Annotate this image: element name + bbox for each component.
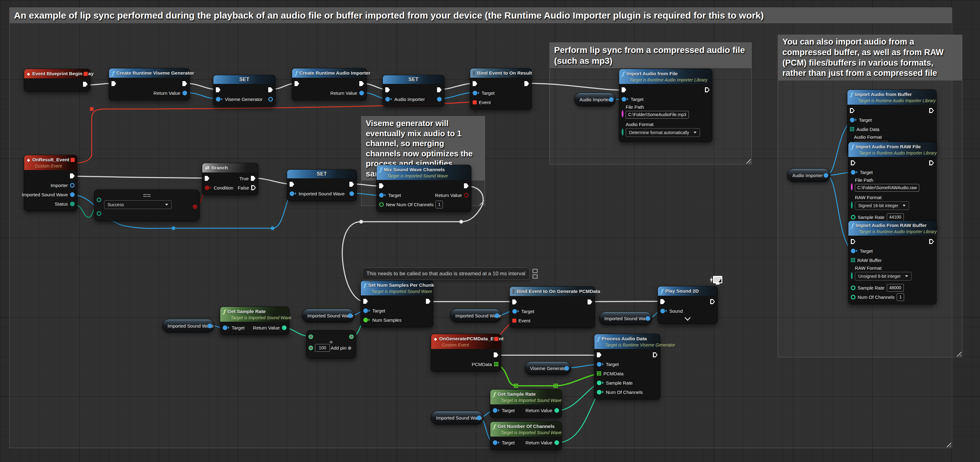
true-exec-pin[interactable] <box>251 176 256 181</box>
pin-exec-pin[interactable] <box>660 299 665 304</box>
node-mix-sound-wave-channels[interactable]: ƒMix Sound Wave ChannelsTarget is Import… <box>376 165 471 212</box>
num-samples-pin[interactable] <box>363 318 368 322</box>
node-import-audio-from-file[interactable]: ƒImport Audio from FileTarget is Runtime… <box>619 69 713 142</box>
blue-pin[interactable] <box>268 97 273 102</box>
imported-sound-wave-pin[interactable] <box>70 192 75 197</box>
divide-input-pin-1[interactable] <box>309 334 313 339</box>
comment-right-resize-handle[interactable] <box>956 351 961 356</box>
new-num-of-channels-pin[interactable] <box>379 202 384 207</box>
target-pin[interactable] <box>851 249 856 253</box>
audio-importer-pin[interactable] <box>609 97 614 102</box>
file-path-pin[interactable] <box>622 110 624 117</box>
node-get-sample-rate-2[interactable]: ƒGet Sample RateTarget is Imported Sound… <box>490 389 562 418</box>
file-path-textbox[interactable]: C:\Folder\SomeAudioFile.mp3 <box>626 111 689 119</box>
variable-pill-imported-sound-wave-17[interactable]: Imported Sound Wave <box>162 319 214 333</box>
node-onresult-event[interactable]: ◆OnResult_EventCustom EventImporterImpor… <box>24 155 78 211</box>
variable-pill-imported-sound-wave-20[interactable]: Imported Sound Wave <box>599 311 652 325</box>
out-exec-pin[interactable] <box>587 299 592 304</box>
pin-exec-pin[interactable] <box>385 87 390 92</box>
node-process-audio-data[interactable]: ƒProcess Audio DataTarget is Runtime Vis… <box>594 334 660 400</box>
out-exec-pin[interactable] <box>70 173 75 178</box>
sample-rate-pin[interactable] <box>851 215 856 219</box>
out-exec-pin[interactable] <box>710 299 715 304</box>
delegate-pin[interactable] <box>494 337 498 341</box>
node-set-imported-sound-wave[interactable]: SETImported Sound Wave <box>287 169 357 201</box>
event-pin[interactable] <box>512 319 516 323</box>
imported-sound-wave-pin[interactable] <box>477 416 481 420</box>
target-pin[interactable] <box>851 170 856 175</box>
out-exec-pin[interactable] <box>83 82 88 87</box>
false-exec-pin[interactable] <box>251 185 256 190</box>
node-create-runtime-viseme-generator[interactable]: ƒCreate Runtime Viseme GeneratorReturn V… <box>109 68 190 100</box>
target-pin[interactable] <box>512 309 517 314</box>
node-event-blueprint-begin-play[interactable]: ◆Event Blueprint Begin Play <box>24 69 91 92</box>
equal-output-pin[interactable] <box>192 204 197 209</box>
num-of-channels-value-box[interactable]: 1 <box>897 293 904 301</box>
node-import-audio-from-raw-buffer[interactable]: ƒImport Audio From RAW BufferTarget is R… <box>848 221 937 304</box>
audio-format-pin[interactable] <box>622 129 624 136</box>
imported-sound-wave-pin[interactable] <box>646 316 650 321</box>
node-header-play-sound-2d[interactable]: ƒPlay Sound 2D <box>658 286 718 296</box>
audio-importer-pin[interactable] <box>824 173 828 178</box>
delegate-pin[interactable] <box>71 158 75 162</box>
node-header-mix-sound-wave-channels[interactable]: ƒMix Sound Wave ChannelsTarget is Import… <box>377 165 471 180</box>
raw-buffer-pin[interactable] <box>851 258 855 262</box>
viseme-generator-pin[interactable] <box>564 366 569 371</box>
node-comment-bubble[interactable]: This needs to be called so that audio is… <box>362 268 530 280</box>
pin-exec-pin[interactable] <box>473 81 477 86</box>
node-header-ongeneratepcmdata-event[interactable]: ◆OnGeneratePCMData_EventCustom Event <box>431 334 501 349</box>
node-header-create-runtime-viseme-generator[interactable]: ƒCreate Runtime Viseme Generator <box>109 68 189 78</box>
sample-rate-value-box[interactable]: 44100 <box>887 213 904 221</box>
equal-input-pin-1[interactable] <box>97 198 101 202</box>
node-header-set-audio-importer[interactable]: SET <box>383 75 444 84</box>
out-exec-pin[interactable] <box>929 160 934 165</box>
target-pin[interactable] <box>597 362 601 367</box>
sound-pin[interactable] <box>660 309 665 313</box>
out-exec-pin[interactable] <box>929 108 934 113</box>
delegate-pin[interactable] <box>84 72 88 76</box>
pin-exec-pin[interactable] <box>622 87 626 92</box>
return-value-pin[interactable] <box>554 408 559 413</box>
comment-viseme-resize-handle[interactable] <box>478 199 484 205</box>
comment-right-header[interactable]: You can also import audio from a compres… <box>778 35 962 81</box>
divide-default-value-box[interactable]: 100 <box>315 344 330 352</box>
target-pin[interactable] <box>850 117 854 122</box>
node-header-bind-event-to-on-generate-pcmdata[interactable]: Bind Event to On Generate PCMData <box>510 287 595 296</box>
variable-pill-viseme-generator-23[interactable]: Viseme Generator <box>525 361 571 375</box>
divide-node[interactable]: ÷100Add pin ⊕ <box>306 330 356 359</box>
target-pin[interactable] <box>379 193 384 198</box>
out-exec-pin[interactable] <box>464 183 469 188</box>
imported-sound-wave-pin[interactable] <box>290 191 294 196</box>
pin-exec-pin[interactable] <box>379 183 384 188</box>
variable-pill-imported-sound-wave-14[interactable]: Imported Sound Wave <box>302 309 355 322</box>
importer-pin[interactable] <box>70 183 75 187</box>
node-header-set-num-samples-per-chunk[interactable]: ƒSet Num Samples Per ChunkTarget is Impo… <box>361 281 433 295</box>
audio-importer-pin[interactable] <box>385 97 390 102</box>
viseme-generator-pin[interactable] <box>216 97 221 102</box>
out-exec-pin[interactable] <box>349 182 354 187</box>
return-value-pin[interactable] <box>554 440 559 445</box>
audio-data-pin[interactable] <box>850 127 854 131</box>
out-exec-pin[interactable] <box>426 299 431 304</box>
return-value-pin[interactable] <box>282 325 286 330</box>
pin-icon[interactable] <box>533 269 538 273</box>
node-header-import-audio-from-file[interactable]: ƒImport Audio from FileTarget is Runtime… <box>619 69 712 84</box>
node-header-branch[interactable]: ⇄Branch <box>202 163 258 173</box>
variable-pill-audio-importer-6[interactable]: Audio Importer <box>574 92 616 106</box>
pin-exec-pin[interactable] <box>216 87 221 92</box>
sample-rate-pin[interactable] <box>851 286 856 290</box>
node-header-create-runtime-audio-importer[interactable]: ƒCreate Runtime Audio Importer <box>292 68 366 78</box>
return-value-pin[interactable] <box>464 193 469 198</box>
node-play-sound-2d[interactable]: ƒPlay Sound 2DSound <box>657 286 718 324</box>
add-pin-button[interactable]: Add pin ⊕ <box>331 345 352 351</box>
file-path-textbox[interactable]: C:\Folder\SomeRAWAudio.raw <box>855 184 919 192</box>
pin-exec-pin[interactable] <box>512 299 517 304</box>
enum-dropdown[interactable]: Success <box>104 200 172 209</box>
out-exec-pin[interactable] <box>268 87 273 92</box>
node-get-sample-rate-1[interactable]: ƒGet Sample RateTarget is Imported Sound… <box>220 306 289 335</box>
node-set-viseme-generator[interactable]: SETViseme Generator <box>213 75 276 106</box>
imported-sound-wave-pin[interactable] <box>207 324 212 328</box>
divide-input-pin-2[interactable] <box>309 346 313 350</box>
pin-exec-pin[interactable] <box>290 182 294 187</box>
target-pin[interactable] <box>363 308 368 313</box>
